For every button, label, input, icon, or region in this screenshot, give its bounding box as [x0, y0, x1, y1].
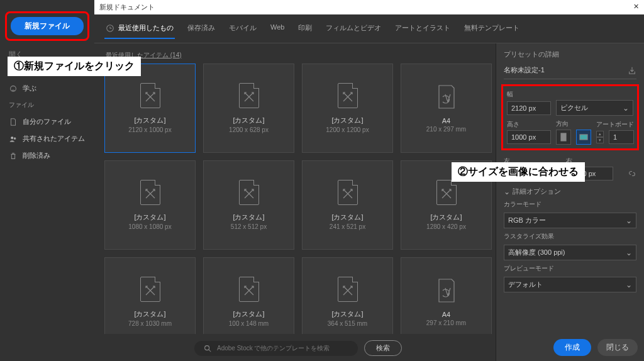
- search-bar: Adobe Stock で他のテンプレートを検索 検索: [194, 340, 402, 356]
- category-tabs: 最近使用したもの 保存済み モバイル Web 印刷 フィルムとビデオ アートとイ…: [94, 14, 644, 43]
- orientation-landscape[interactable]: [576, 130, 591, 145]
- preset-icon: [435, 278, 458, 306]
- preset-title: [カスタム]: [134, 309, 165, 319]
- svg-point-2: [14, 137, 16, 139]
- files-section-label: ファイル: [0, 97, 94, 113]
- trash-icon: [9, 152, 18, 160]
- tab-saved[interactable]: 保存済み: [186, 21, 216, 39]
- annotation-new-file: ①新規ファイルをクリック: [8, 57, 141, 76]
- preset-dimensions: 2120 x 1000 px: [128, 126, 171, 133]
- dialog-close-button[interactable]: ✕: [633, 3, 639, 12]
- new-file-highlight: 新規ファイル: [5, 11, 89, 41]
- tab-web[interactable]: Web: [269, 21, 286, 39]
- sidebar-deleted-label: 削除済み: [23, 151, 50, 160]
- tab-print[interactable]: 印刷: [297, 21, 313, 39]
- preset-icon: [238, 180, 260, 208]
- sidebar-my-files-label: 自分のファイル: [23, 117, 71, 126]
- orientation-portrait[interactable]: [556, 130, 571, 145]
- search-placeholder: Adobe Stock で他のテンプレートを検索: [217, 344, 330, 353]
- tab-film[interactable]: フィルムとビデオ: [325, 21, 382, 39]
- svg-point-1: [11, 136, 14, 139]
- sidebar-learn-label: 学ぶ: [23, 84, 36, 93]
- preset-icon: [336, 180, 359, 208]
- preset-icon: [435, 84, 458, 112]
- sidebar-learn[interactable]: 学ぶ: [0, 80, 94, 97]
- artboard-input[interactable]: 1: [609, 130, 634, 144]
- preset-title: [カスタム]: [430, 213, 462, 222]
- preset-card[interactable]: [カスタム]241 x 521 px: [302, 160, 393, 250]
- preset-title: [カスタム]: [331, 213, 363, 222]
- colormode-label: カラーモード: [504, 200, 636, 209]
- preset-card[interactable]: [カスタム]1080 x 1080 px: [104, 160, 196, 250]
- sidebar-deleted[interactable]: 削除済み: [0, 147, 94, 164]
- chevron-down-icon: [623, 104, 629, 113]
- preset-card[interactable]: [カスタム]1200 x 628 px: [203, 64, 294, 153]
- sidebar-my-files[interactable]: 自分のファイル: [0, 113, 94, 130]
- search-button[interactable]: 検索: [364, 340, 402, 356]
- preview-dropdown[interactable]: デフォルト: [504, 277, 636, 292]
- preset-area: 最近使用したアイテム (14) [カスタム]2120 x 1000 px[カスタ…: [94, 43, 496, 361]
- preset-dimensions: 297 x 210 mm: [426, 319, 466, 326]
- sidebar-shared[interactable]: 共有されたアイテム: [0, 130, 94, 147]
- raster-dropdown[interactable]: 高解像度 (300 ppi): [504, 245, 636, 260]
- tab-recent[interactable]: 最近使用したもの: [104, 21, 175, 39]
- unit-value: ピクセル: [560, 103, 588, 113]
- preset-icon: [336, 277, 359, 304]
- new-file-button[interactable]: 新規ファイル: [11, 17, 84, 35]
- preview-value: デフォルト: [508, 280, 543, 289]
- preset-card[interactable]: [カスタム]364 x 515 mm: [302, 257, 393, 334]
- search-input[interactable]: Adobe Stock で他のテンプレートを検索: [194, 341, 358, 356]
- preset-dimensions: 728 x 1030 mm: [128, 320, 172, 327]
- save-preset-icon[interactable]: [628, 66, 636, 75]
- svg-rect-6: [580, 135, 587, 140]
- preset-icon: [238, 277, 260, 304]
- preset-grid: [カスタム]2120 x 1000 px[カスタム]1200 x 628 px[…: [104, 64, 492, 334]
- preset-icon: [139, 277, 162, 304]
- preset-card[interactable]: [カスタム]1200 x 1200 px: [302, 64, 393, 153]
- preset-name-field[interactable]: 名称未設定-1: [504, 65, 624, 75]
- unit-dropdown[interactable]: ピクセル: [556, 100, 633, 116]
- width-input[interactable]: 2120 px: [507, 101, 551, 115]
- learn-icon: [9, 84, 18, 93]
- preset-card[interactable]: [カスタム]2120 x 1000 px: [104, 64, 196, 153]
- artboard-stepper[interactable]: ▴▾: [596, 131, 604, 143]
- preset-icon: [139, 180, 162, 208]
- close-button[interactable]: 閉じる: [597, 339, 638, 356]
- preset-icon: [238, 83, 260, 111]
- advanced-toggle[interactable]: 詳細オプション: [504, 187, 636, 196]
- sidebar-shared-label: 共有されたアイテム: [23, 134, 85, 143]
- preset-dimensions: 1080 x 1080 px: [128, 223, 171, 230]
- link-icon[interactable]: [628, 169, 636, 178]
- create-button[interactable]: 作成: [553, 339, 591, 356]
- preset-card[interactable]: A4210 x 297 mm: [401, 64, 492, 153]
- raster-value: 高解像度 (300 ppi): [508, 248, 565, 257]
- preset-title: [カスタム]: [134, 116, 165, 125]
- svg-point-4: [205, 345, 209, 350]
- details-header: プリセットの詳細: [504, 50, 636, 59]
- height-input[interactable]: 1000 px: [507, 130, 551, 144]
- preset-dimensions: 1200 x 628 px: [229, 126, 269, 133]
- tab-free[interactable]: 無料テンプレート: [463, 21, 521, 39]
- chevron-down-icon: [626, 280, 632, 289]
- clock-icon: [106, 24, 114, 33]
- preset-title: A4: [442, 117, 450, 125]
- advanced-label: 詳細オプション: [513, 187, 561, 196]
- raster-label: ラスタライズ効果: [504, 232, 636, 241]
- colormode-dropdown[interactable]: RGB カラー: [504, 213, 636, 228]
- preset-card[interactable]: [カスタム]512 x 512 px: [203, 160, 294, 250]
- preset-dimensions: 364 x 515 mm: [328, 320, 367, 327]
- tab-art[interactable]: アートとイラスト: [394, 21, 452, 39]
- preset-card[interactable]: [カスタム]100 x 148 mm: [203, 257, 294, 334]
- preset-dimensions: 1280 x 420 px: [426, 223, 466, 230]
- preset-title: [カスタム]: [134, 213, 165, 222]
- preset-dimensions: 241 x 521 px: [330, 223, 365, 230]
- preset-card[interactable]: A4297 x 210 mm: [401, 257, 492, 334]
- people-icon: [9, 135, 18, 143]
- preset-dimensions: 512 x 512 px: [231, 223, 267, 230]
- preset-card[interactable]: [カスタム]728 x 1030 mm: [104, 257, 196, 334]
- tab-mobile[interactable]: モバイル: [228, 21, 258, 39]
- search-icon: [203, 344, 212, 353]
- preset-title: A4: [442, 311, 450, 318]
- file-icon: [9, 118, 18, 126]
- preset-dimensions: 100 x 148 mm: [229, 320, 269, 327]
